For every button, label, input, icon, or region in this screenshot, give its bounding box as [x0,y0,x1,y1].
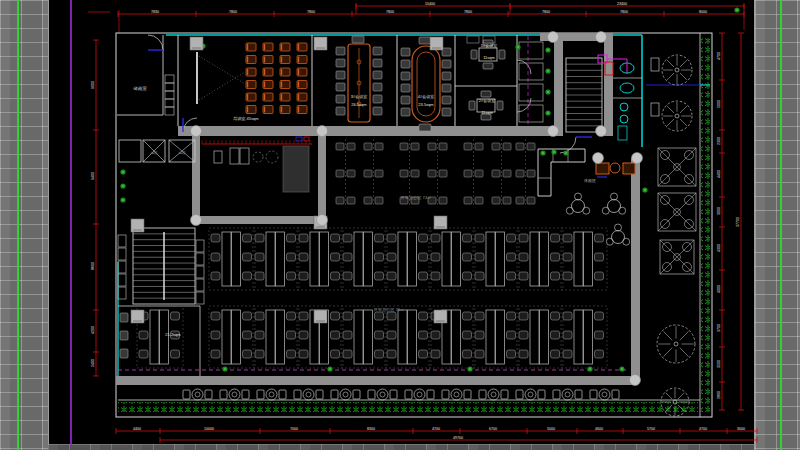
basin [618,126,627,140]
cafe-table [377,389,388,400]
desk [276,232,285,286]
cafe-table [602,392,607,397]
chair [211,234,220,242]
desk [266,310,275,364]
chair [431,253,440,261]
desk [530,232,539,286]
lockers [118,235,126,247]
chair [497,101,503,110]
chair [400,143,408,150]
desk [150,310,159,364]
cafe-chair [479,390,486,399]
dim-label: 7800 [386,10,394,14]
chair [419,253,428,261]
detail-marker [304,137,309,141]
wall [116,376,636,385]
chair [442,60,451,68]
chair [503,197,511,204]
chair [431,234,440,242]
chair [475,253,484,261]
dim-label: 9400 [91,172,95,180]
chair [255,234,264,242]
wall [604,33,613,136]
chair [343,253,352,261]
dim-label: 3000 [717,207,721,215]
chair [563,350,572,358]
wall [554,33,563,136]
reception-chair [214,151,222,163]
tree [664,348,673,357]
chair [575,193,582,200]
plant [547,112,549,114]
plant [469,368,471,370]
tree [680,119,687,126]
chair [469,101,475,110]
chair [475,331,484,339]
chair [527,143,535,150]
chair [139,331,148,339]
chair [401,96,410,104]
room-label-conf4: 4#会议室 [418,94,434,99]
chair [475,234,484,242]
sink [620,103,628,111]
cafe-table [340,389,351,400]
printer-station [610,163,620,173]
chair [551,272,560,280]
cafe-chair [612,390,619,399]
plant [542,152,544,154]
chair [475,170,483,177]
chair [331,253,340,261]
lockers [165,83,174,91]
chair [287,234,296,242]
cafe-chair [205,390,212,399]
lockers [196,253,204,265]
chair [336,59,345,67]
cafe-chair [294,390,301,399]
chair [507,350,516,358]
wall [318,136,326,224]
cafe-chair [390,390,397,399]
chair [375,272,384,280]
column-round [630,375,641,386]
dim-label: 3500 [717,360,721,368]
door-arc [148,35,163,50]
chair [419,331,428,339]
dim-label: 37700 [736,217,740,227]
chair [606,238,613,245]
dim-label: 4400 [133,427,141,431]
chair [503,170,511,177]
lockers [118,248,126,260]
chair [439,170,447,177]
chair [411,170,419,177]
dim-label: 10000 [204,427,214,431]
chair [343,350,352,358]
dim-label: 7800 [542,10,550,14]
plant [224,368,226,370]
chair [551,350,560,358]
chair [442,72,451,80]
desk [496,310,505,364]
chair [419,272,428,280]
cafe-chair [183,390,190,399]
chair [595,234,604,242]
chair [387,253,396,261]
dim-label: 5000 [717,100,721,108]
desk [530,310,539,364]
cafe-table [232,392,237,397]
desk [408,232,417,286]
room-area-meet1: 11sqm [483,55,495,60]
chair [331,312,340,320]
chair [375,331,384,339]
chair [243,331,252,339]
chair [419,124,431,131]
dim-label: 2300 [717,137,721,145]
chair [563,234,572,242]
chair [400,170,408,177]
cafe-chair [553,390,560,399]
chair [475,312,484,320]
chair [243,253,252,261]
desk [266,232,275,286]
chair [475,197,483,204]
dim-label: 7830 [151,10,159,14]
chair [211,350,220,358]
